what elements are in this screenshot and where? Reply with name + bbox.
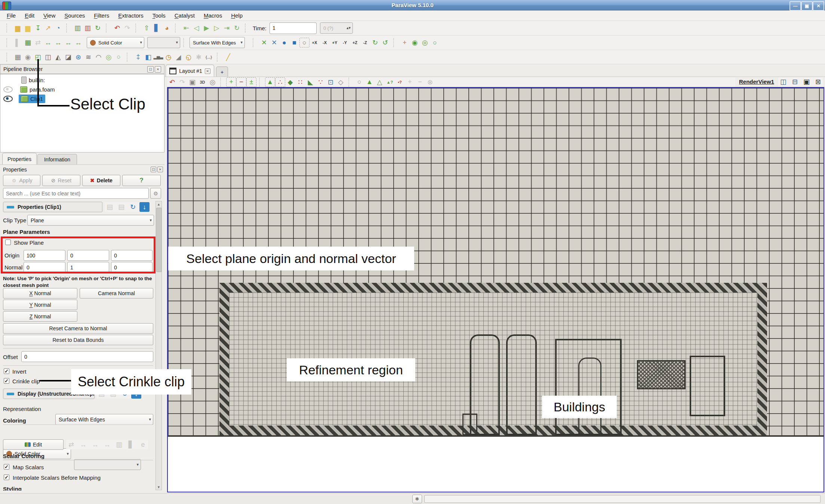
color-legend-icon[interactable]: ▋ <box>152 23 162 33</box>
camera-link-icon[interactable]: ⇧ <box>142 23 152 33</box>
save-defaults-icon[interactable]: ↓ <box>139 202 150 212</box>
select-cells-rect-icon[interactable]: ▲ <box>265 77 275 87</box>
rescale-temporal-icon[interactable]: ↔ <box>90 440 100 449</box>
menu-filters[interactable]: Filters <box>90 11 113 20</box>
menu-view[interactable]: View <box>40 11 59 20</box>
query-cells-icon[interactable]: ▲? <box>385 77 395 87</box>
toolbar-grip[interactable] <box>245 24 248 33</box>
apply-button[interactable]: ⚙ Apply <box>3 175 40 186</box>
select-points-rect-icon[interactable]: ∴ <box>275 77 285 87</box>
toolbar-grip[interactable] <box>6 38 10 47</box>
previous-frame-icon[interactable]: ◁ <box>191 23 201 33</box>
select-frustum-icon[interactable]: ◇ <box>336 77 346 87</box>
threshold-icon[interactable]: ◭ <box>53 52 63 62</box>
collapse-section-icon[interactable] <box>7 393 14 395</box>
view-plus-x-icon[interactable]: +X <box>310 38 320 47</box>
edit-color-legend-icon[interactable]: e <box>138 440 148 449</box>
shrink-selection-icon[interactable]: − <box>415 77 425 87</box>
tab-layout1[interactable]: Layout #1 ✕ <box>166 65 214 77</box>
rescale-visible-range-icon[interactable]: ↔ <box>73 38 83 47</box>
toolbar-grip[interactable] <box>135 24 139 33</box>
server-disconnect-icon[interactable]: ▥ <box>83 23 93 33</box>
show-center-icon[interactable]: ◉ <box>410 38 420 47</box>
menu-tools[interactable]: Tools <box>149 11 169 20</box>
toolbar-grip[interactable] <box>127 53 130 62</box>
interactive-select-points-icon[interactable]: △ <box>375 77 385 87</box>
last-frame-icon[interactable]: ⇥ <box>222 23 232 33</box>
paste-properties-icon[interactable]: ▤ <box>116 202 126 212</box>
scrollbar-thumb[interactable] <box>156 208 162 272</box>
play-icon[interactable]: ▶ <box>201 23 212 33</box>
zoom-to-data-icon[interactable]: ● <box>279 38 289 47</box>
scroll-up-icon[interactable]: ▲ <box>156 201 161 207</box>
delete-button[interactable]: ✖ Delete <box>82 175 120 186</box>
menu-extractors[interactable]: Extractors <box>114 11 147 20</box>
zoom-magnifier-icon[interactable]: ○ <box>299 38 310 47</box>
python-calculator-icon[interactable]: {...} <box>204 52 214 62</box>
pick-center-icon[interactable]: ◎ <box>420 38 430 47</box>
rescale-data-range-icon[interactable]: ↔ <box>43 38 53 47</box>
plot-data-icon[interactable]: ◵ <box>184 52 194 62</box>
new-layout-tab[interactable]: + <box>216 67 228 77</box>
toolbar-grip[interactable] <box>393 38 397 47</box>
rotate-90-ccw-icon[interactable]: ↺ <box>380 38 390 47</box>
color-by-combo[interactable]: Solid Color▾ <box>87 37 144 48</box>
save-state-icon[interactable]: ↗ <box>43 23 53 33</box>
toolbar-grip[interactable] <box>106 24 109 33</box>
camera-normal-button[interactable]: Camera Normal <box>80 288 153 299</box>
tab-information[interactable]: Information <box>37 154 77 165</box>
edit-color-button[interactable]: Edit <box>3 439 64 450</box>
rotate-90-cw-icon[interactable]: ↻ <box>370 38 380 47</box>
camera-undo-icon[interactable]: ↶ <box>167 77 177 87</box>
rescale-data-icon[interactable]: ↔ <box>78 440 88 449</box>
group-datasets-icon[interactable]: ◎ <box>104 52 114 62</box>
toolbar-grip[interactable] <box>253 38 256 47</box>
glyph-icon[interactable]: ⊛ <box>73 52 83 62</box>
hover-cells-icon[interactable]: ○ <box>354 77 364 87</box>
toolbar-grip[interactable] <box>6 53 10 62</box>
close-view-icon[interactable]: ⊠ <box>813 77 823 87</box>
rescale-temporal-range-icon[interactable]: ↔ <box>63 38 73 47</box>
reset-to-data-bounds-button[interactable]: Reset to Data Bounds <box>3 335 153 345</box>
restore-icon[interactable]: ▣ <box>801 1 813 11</box>
clear-selection-icon[interactable]: ⊗ <box>425 77 435 87</box>
toolbar-grip[interactable] <box>217 53 220 62</box>
spinner-arrows-icon[interactable]: ▴▾ <box>347 25 351 30</box>
restore-defaults-icon[interactable]: ↻ <box>128 202 138 212</box>
open-file-icon[interactable]: ▆ <box>13 23 23 33</box>
clip-type-combo[interactable]: Plane▾ <box>27 215 154 226</box>
close-panel-icon[interactable]: ✕ <box>155 66 161 72</box>
render-viewport[interactable]: Select plane origin and normal vector Re… <box>167 87 824 492</box>
reset-button[interactable]: ⊘ Reset <box>42 175 80 186</box>
extract-selection-icon[interactable]: ◧ <box>143 52 153 62</box>
menu-edit[interactable]: Edit <box>21 11 38 20</box>
show-color-legend-icon[interactable]: ▋ <box>126 440 136 449</box>
color-palette-icon[interactable]: ◕ <box>162 23 172 33</box>
visibility-off-icon[interactable] <box>3 86 13 93</box>
menu-macros[interactable]: Macros <box>200 11 226 20</box>
rescale-visible-icon[interactable]: ↔ <box>102 440 112 449</box>
close-layout-icon[interactable]: ✕ <box>205 68 210 74</box>
toolbar-grip[interactable] <box>6 24 10 33</box>
menu-help[interactable]: Help <box>227 11 246 20</box>
warp-icon[interactable]: ◠ <box>93 52 104 62</box>
grow-selection-icon[interactable]: + <box>405 77 415 87</box>
probe-location-icon[interactable]: ◢ <box>173 52 184 62</box>
view-plus-y-icon[interactable]: +Y <box>330 38 340 47</box>
search-input[interactable] <box>3 188 149 199</box>
undo-icon[interactable]: ↶ <box>112 23 122 33</box>
subtract-selection-icon[interactable]: − <box>236 77 246 87</box>
reset-center-icon[interactable]: ○ <box>430 38 440 47</box>
save-data-icon[interactable]: ▆ <box>23 23 33 33</box>
interpolate-checkbox[interactable]: ✓ <box>4 474 9 480</box>
view-minus-z-icon[interactable]: -Z <box>360 38 370 47</box>
measure-icon[interactable]: ╱ <box>223 52 233 62</box>
collapse-section-icon[interactable] <box>7 206 14 208</box>
loop-icon[interactable]: ↻ <box>232 23 242 33</box>
reset-range-icon[interactable]: ⇄ <box>33 38 43 47</box>
scroll-down-icon[interactable]: ▼ <box>156 484 161 490</box>
extract-block-icon[interactable]: ○ <box>114 52 124 62</box>
split-vertical-icon[interactable]: ⊟ <box>790 77 800 87</box>
first-frame-icon[interactable]: ⇤ <box>181 23 191 33</box>
time-input[interactable] <box>270 22 317 34</box>
